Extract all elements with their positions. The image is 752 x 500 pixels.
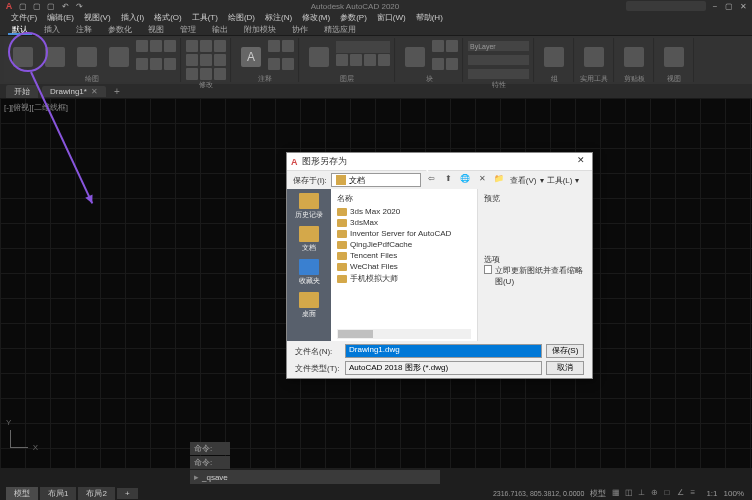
back-button[interactable]: ⇦ — [425, 174, 438, 187]
folder-item[interactable]: 3ds Max 2020 — [337, 206, 471, 217]
modify-tool-icon[interactable] — [186, 40, 198, 52]
up-button[interactable]: ⬆ — [442, 174, 455, 187]
filename-input[interactable]: Drawing1.dwg — [345, 344, 542, 358]
update-thumbnail-option[interactable]: 立即更新图纸并查看缩略图(U) — [484, 265, 586, 287]
paste-button[interactable] — [619, 40, 649, 74]
menu-format[interactable]: 格式(O) — [151, 12, 185, 24]
modify-tool-icon[interactable] — [200, 54, 212, 66]
draw-tool-icon[interactable] — [150, 40, 162, 52]
minimize-icon[interactable]: − — [710, 1, 720, 11]
draw-tool-icon[interactable] — [164, 40, 176, 52]
coords-display[interactable]: 2316.7163, 805.3812, 0.0000 — [493, 490, 584, 497]
lineweight-toggle-icon[interactable]: ≡ — [690, 488, 700, 498]
snap-toggle-icon[interactable]: ◫ — [625, 488, 635, 498]
save-icon[interactable]: ▢ — [46, 1, 56, 11]
modify-tool-icon[interactable] — [200, 40, 212, 52]
dim-tool-icon[interactable] — [268, 58, 280, 70]
add-layout-button[interactable]: + — [117, 488, 138, 499]
menu-tools[interactable]: 工具(T) — [189, 12, 221, 24]
ribbon-tab-insert[interactable]: 插入 — [40, 24, 64, 35]
file-list[interactable]: 名称 3ds Max 2020 3dsMax Inventor Server f… — [331, 189, 477, 341]
ribbon-tab-annotate[interactable]: 注释 — [72, 24, 96, 35]
linetype-dropdown[interactable] — [468, 55, 529, 65]
layer-tool-icon[interactable] — [336, 54, 348, 66]
draw-tool-icon[interactable] — [164, 58, 176, 70]
file-list-header[interactable]: 名称 — [337, 193, 471, 204]
modify-tool-icon[interactable] — [186, 68, 198, 80]
close-tab-icon[interactable]: ✕ — [91, 87, 98, 96]
osnap-toggle-icon[interactable]: □ — [664, 488, 674, 498]
menu-help[interactable]: 帮助(H) — [413, 12, 446, 24]
view-menu[interactable]: 查看(V) — [510, 175, 537, 186]
model-space-toggle[interactable]: 模型 — [590, 488, 606, 499]
folder-item[interactable]: Tencent Files — [337, 250, 471, 261]
ribbon-tab-manage[interactable]: 管理 — [176, 24, 200, 35]
place-documents[interactable]: 文档 — [291, 226, 327, 253]
draw-tool-icon[interactable] — [136, 58, 148, 70]
file-tab-start[interactable]: 开始 — [6, 85, 38, 98]
place-history[interactable]: 历史记录 — [291, 193, 327, 220]
ribbon-tab-addins[interactable]: 附加模块 — [240, 24, 280, 35]
arc-button[interactable] — [104, 40, 134, 74]
location-dropdown[interactable]: 文档 — [331, 173, 421, 187]
ribbon-tab-view[interactable]: 视图 — [144, 24, 168, 35]
tools-menu[interactable]: ▾ 工具(L) ▾ — [540, 175, 578, 186]
place-desktop[interactable]: 桌面 — [291, 292, 327, 319]
dim-tool-icon[interactable] — [282, 40, 294, 52]
dialog-titlebar[interactable]: A 图形另存为 ✕ — [287, 153, 592, 171]
layer-props-button[interactable] — [304, 40, 334, 74]
layer-tool-icon[interactable] — [364, 54, 376, 66]
file-tab-drawing1[interactable]: Drawing1*✕ — [42, 86, 106, 97]
block-insert-button[interactable] — [400, 40, 430, 74]
text-button[interactable]: A — [236, 40, 266, 74]
dim-tool-icon[interactable] — [282, 58, 294, 70]
dim-tool-icon[interactable] — [268, 40, 280, 52]
app-icon[interactable]: A — [4, 1, 14, 11]
cancel-button[interactable]: 取消 — [546, 361, 584, 375]
new-icon[interactable]: ▢ — [18, 1, 28, 11]
ribbon-tab-featured[interactable]: 精选应用 — [320, 24, 360, 35]
otrack-toggle-icon[interactable]: ∠ — [677, 488, 687, 498]
model-tab[interactable]: 模型 — [6, 487, 38, 500]
place-favorites[interactable]: 收藏夹 — [291, 259, 327, 286]
menu-edit[interactable]: 编辑(E) — [44, 12, 77, 24]
menu-param[interactable]: 参数(P) — [337, 12, 370, 24]
menu-insert[interactable]: 插入(I) — [118, 12, 148, 24]
folder-item[interactable]: 手机模拟大师 — [337, 272, 471, 285]
layer-tool-icon[interactable] — [350, 54, 362, 66]
menu-draw[interactable]: 绘图(D) — [225, 12, 258, 24]
folder-item[interactable]: QingJiePdfCache — [337, 239, 471, 250]
layout2-tab[interactable]: 布局2 — [78, 487, 114, 500]
line-button[interactable] — [8, 40, 38, 74]
maximize-icon[interactable]: ▢ — [724, 1, 734, 11]
menu-window[interactable]: 窗口(W) — [374, 12, 409, 24]
draw-tool-icon[interactable] — [136, 40, 148, 52]
search-web-button[interactable]: 🌐 — [459, 174, 472, 187]
viewport-label[interactable]: [-][俯视][二维线框] — [4, 102, 68, 113]
layer-tool-icon[interactable] — [378, 54, 390, 66]
save-button[interactable]: 保存(S) — [546, 344, 584, 358]
folder-item[interactable]: Inventor Server for AutoCAD — [337, 228, 471, 239]
ribbon-tab-default[interactable]: 默认 — [8, 24, 32, 35]
undo-icon[interactable]: ↶ — [60, 1, 70, 11]
horizontal-scrollbar[interactable] — [337, 329, 471, 339]
new-folder-button[interactable]: 📁 — [493, 174, 506, 187]
menu-file[interactable]: 文件(F) — [8, 12, 40, 24]
checkbox[interactable] — [484, 265, 492, 274]
menu-dim[interactable]: 标注(N) — [262, 12, 295, 24]
block-tool-icon[interactable] — [446, 58, 458, 70]
menu-modify[interactable]: 修改(M) — [299, 12, 333, 24]
filetype-dropdown[interactable]: AutoCAD 2018 图形 (*.dwg) — [345, 361, 542, 375]
modify-tool-icon[interactable] — [214, 68, 226, 80]
folder-item[interactable]: 3dsMax — [337, 217, 471, 228]
ribbon-tab-output[interactable]: 输出 — [208, 24, 232, 35]
search-input[interactable] — [626, 1, 706, 11]
ribbon-tab-collab[interactable]: 协作 — [288, 24, 312, 35]
delete-button[interactable]: ✕ — [476, 174, 489, 187]
add-tab-button[interactable]: + — [110, 86, 124, 97]
polyline-button[interactable] — [40, 40, 70, 74]
layout1-tab[interactable]: 布局1 — [40, 487, 76, 500]
group-button[interactable] — [539, 40, 569, 74]
view-button[interactable] — [659, 40, 689, 74]
modify-tool-icon[interactable] — [214, 54, 226, 66]
